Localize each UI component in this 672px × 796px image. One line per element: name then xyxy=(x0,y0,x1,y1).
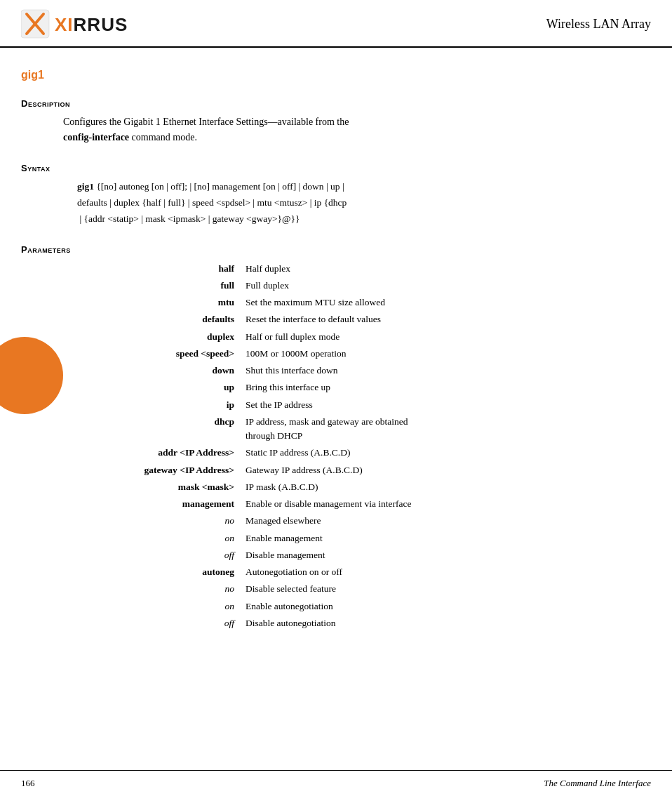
header-title: Wireless LAN Array xyxy=(546,17,651,32)
syntax-section: Syntax gig1 {[no] autoneg [on | off]; | … xyxy=(21,163,651,227)
param-desc-off-management: Disable management xyxy=(246,548,665,562)
param-desc-off-autoneg: Disable autonegotiation xyxy=(246,616,665,630)
param-desc-defaults: Reset the interface to default values xyxy=(246,312,665,326)
param-name-dhcp: dhcp xyxy=(77,415,246,444)
param-name-defaults: defaults xyxy=(77,312,246,326)
param-desc-no-managed: Managed elsewhere xyxy=(246,514,665,528)
param-desc-up: Bring this interface up xyxy=(246,380,665,394)
param-name-off-autoneg: off xyxy=(77,616,246,630)
param-row-no-managed: no Managed elsewhere xyxy=(77,514,665,528)
param-name-mtu: mtu xyxy=(77,296,246,310)
param-row-defaults: defaults Reset the interface to default … xyxy=(77,312,665,326)
param-row-off-management: off Disable management xyxy=(77,548,665,562)
param-row-no-autoneg: no Disable selected feature xyxy=(77,582,665,596)
param-row-ip: ip Set the IP address xyxy=(77,398,665,412)
param-name-gateway: gateway <IP Address> xyxy=(77,463,246,477)
description-label: Description xyxy=(21,98,651,109)
param-name-duplex: duplex xyxy=(77,330,246,344)
param-name-half: half xyxy=(77,262,246,276)
header: XIRRUS Wireless LAN Array xyxy=(0,0,672,48)
parameters-section: Parameters half Half duplex full Full du… xyxy=(21,244,651,631)
param-desc-dhcp: IP address, mask and gateway are obtaine… xyxy=(246,415,665,444)
syntax-code: gig1 {[no] autoneg [on | off]; | [no] ma… xyxy=(77,179,651,227)
param-row-half: half Half duplex xyxy=(77,262,665,276)
param-desc-gateway: Gateway IP address (A.B.C.D) xyxy=(246,463,665,477)
param-row-speed: speed <speed> 100M or 1000M operation xyxy=(77,347,665,361)
param-name-off-management: off xyxy=(77,548,246,562)
footer-section-label: The Command Line Interface xyxy=(544,778,651,789)
param-desc-full: Full duplex xyxy=(246,279,665,293)
param-row-full: full Full duplex xyxy=(77,279,665,293)
param-name-on-autoneg: on xyxy=(77,599,246,613)
param-name-management: management xyxy=(77,497,246,511)
param-row-management: management Enable or disable management … xyxy=(77,497,665,511)
param-row-dhcp: dhcp IP address, mask and gateway are ob… xyxy=(77,415,665,444)
logo: XIRRUS xyxy=(21,8,133,39)
param-desc-addr: Static IP address (A.B.C.D) xyxy=(246,446,665,460)
param-row-mtu: mtu Set the maximum MTU size allowed xyxy=(77,296,665,310)
param-name-mask: mask <mask> xyxy=(77,480,246,494)
param-desc-on-management: Enable management xyxy=(246,531,665,545)
param-desc-autoneg: Autonegotiation on or off xyxy=(246,565,665,579)
page-heading: gig1 xyxy=(21,69,651,81)
param-desc-mask: IP mask (A.B.C.D) xyxy=(246,480,665,494)
main-content: gig1 Description Configures the Gigabit … xyxy=(0,48,672,703)
param-desc-speed: 100M or 1000M operation xyxy=(246,347,665,361)
description-section: Description Configures the Gigabit 1 Eth… xyxy=(21,98,651,146)
param-desc-down: Shut this interface down xyxy=(246,364,665,378)
param-row-down: down Shut this interface down xyxy=(77,364,665,378)
param-row-addr: addr <IP Address> Static IP address (A.B… xyxy=(77,446,665,460)
svg-text:XIRRUS: XIRRUS xyxy=(55,14,128,35)
param-row-on-autoneg: on Enable autonegotiation xyxy=(77,599,665,613)
description-line2: command mode. xyxy=(129,132,197,142)
param-name-full: full xyxy=(77,279,246,293)
param-name-speed: speed <speed> xyxy=(77,347,246,361)
param-desc-mtu: Set the maximum MTU size allowed xyxy=(246,296,665,310)
param-name-addr: addr <IP Address> xyxy=(77,446,246,460)
footer: 166 The Command Line Interface xyxy=(0,770,672,796)
param-name-no-managed: no xyxy=(77,514,246,528)
param-desc-management: Enable or disable management via interfa… xyxy=(246,497,665,511)
param-name-autoneg: autoneg xyxy=(77,565,246,579)
param-row-up: up Bring this interface up xyxy=(77,380,665,394)
param-name-on-management: on xyxy=(77,531,246,545)
description-text: Configures the Gigabit 1 Ethernet Interf… xyxy=(63,114,651,146)
description-bold: config-interface xyxy=(63,132,129,142)
param-desc-on-autoneg: Enable autonegotiation xyxy=(246,599,665,613)
description-line1: Configures the Gigabit 1 Ethernet Interf… xyxy=(63,117,349,127)
param-desc-no-autoneg: Disable selected feature xyxy=(246,582,665,596)
param-desc-duplex: Half or full duplex mode xyxy=(246,330,665,344)
syntax-label: Syntax xyxy=(21,163,651,173)
param-name-up: up xyxy=(77,380,246,394)
footer-page-number: 166 xyxy=(21,778,35,789)
param-name-down: down xyxy=(77,364,246,378)
param-desc-ip: Set the IP address xyxy=(246,398,665,412)
param-row-autoneg: autoneg Autonegotiation on or off xyxy=(77,565,665,579)
param-name-ip: ip xyxy=(77,398,246,412)
param-row-on-management: on Enable management xyxy=(77,531,665,545)
param-row-mask: mask <mask> IP mask (A.B.C.D) xyxy=(77,480,665,494)
xirrus-logo-icon: XIRRUS xyxy=(21,8,133,39)
param-row-off-autoneg: off Disable autonegotiation xyxy=(77,616,665,630)
parameters-table: half Half duplex full Full duplex mtu Se… xyxy=(77,262,665,631)
param-row-gateway: gateway <IP Address> Gateway IP address … xyxy=(77,463,665,477)
param-name-no-autoneg: no xyxy=(77,582,246,596)
syntax-command-name: gig1 xyxy=(77,181,94,192)
param-desc-half: Half duplex xyxy=(246,262,665,276)
parameters-label: Parameters xyxy=(21,244,651,255)
param-row-duplex: duplex Half or full duplex mode xyxy=(77,330,665,344)
